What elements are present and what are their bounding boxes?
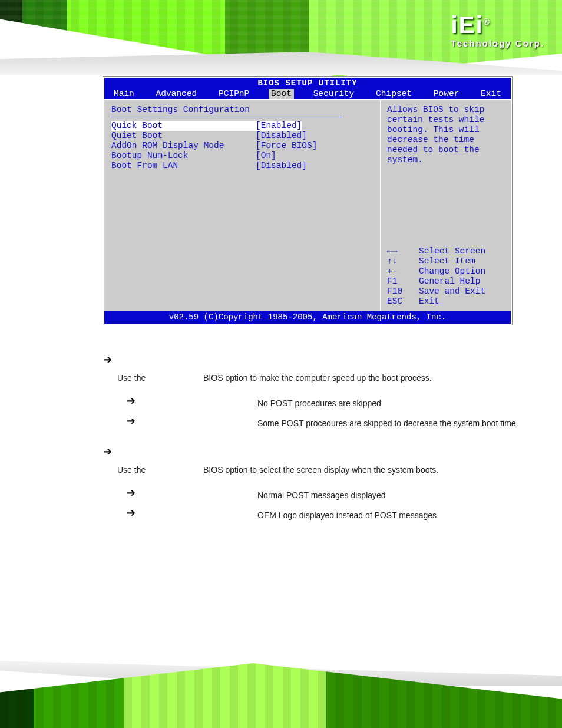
bios-row-value: [On] [256, 151, 276, 161]
bios-key-desc: General Help [419, 276, 480, 286]
bios-row: AddOn ROM Display Mode [Force BIOS] [111, 141, 373, 151]
bios-footer: v02.59 (C)Copyright 1985-2005, American … [104, 311, 511, 324]
bios-key: F10 [387, 286, 419, 297]
para-pre: Use the [117, 373, 148, 383]
bios-row: Bootup Num-Lock [On] [111, 151, 373, 161]
option-desc: OEM Logo displayed instead of POST messa… [257, 508, 521, 523]
arrow-right-icon: ➔ [103, 354, 116, 365]
bios-menu-item: Chipset [373, 89, 414, 99]
bios-menu: Main Advanced PCIPnP Boot Security Chips… [104, 89, 511, 99]
bios-key: ←→ [387, 246, 419, 256]
bios-key-desc: Select Item [419, 256, 475, 266]
option-desc: No POST procedures are skipped [257, 396, 521, 411]
document-body: ➔ Use the BIOS option to make the comput… [103, 354, 521, 523]
bios-figure: BIOS SETUP UTILITY Main Advanced PCIPnP … [103, 77, 512, 325]
bios-menu-item: PCIPnP [216, 89, 252, 99]
bios-panel-title: Boot Settings Configuration [111, 105, 373, 115]
bios-key-desc: Exit [419, 297, 439, 307]
bios-title: BIOS SETUP UTILITY [104, 78, 511, 89]
option-row: ➔ OEM Logo displayed instead of POST mes… [127, 508, 521, 523]
logo-tagline: Technology Corp. [451, 38, 544, 48]
arrow-right-icon: ➔ [127, 416, 140, 426]
arrow-right-icon: ➔ [127, 487, 140, 498]
bios-menu-item: Advanced [154, 89, 200, 99]
bios-row-value: [Disabled] [256, 131, 307, 141]
bios-row-label: Boot From LAN [111, 161, 256, 171]
para-post: BIOS option to select the screen display… [201, 465, 438, 475]
bios-key-desc: Change Option [419, 266, 485, 276]
option-desc: Some POST procedures are skipped to decr… [257, 416, 521, 431]
bios-key: +- [387, 266, 419, 276]
option-row: ➔ Some POST procedures are skipped to de… [127, 416, 521, 431]
bios-key-desc: Select Screen [419, 246, 485, 256]
arrow-right-icon: ➔ [127, 508, 140, 518]
arrow-right-icon: ➔ [103, 446, 116, 457]
bios-divider [111, 117, 342, 117]
section-paragraph: Use the BIOS option to make the computer… [117, 371, 521, 385]
section-heading: ➔ [103, 354, 521, 365]
bios-left-panel: Boot Settings Configuration Quick Boot [… [104, 100, 381, 311]
logo-reg: ® [484, 17, 491, 27]
bios-menu-item-selected: Boot [269, 89, 294, 99]
bios-row-label: Bootup Num-Lock [111, 151, 256, 161]
bios-key: ↑↓ [387, 256, 419, 266]
option-desc: Normal POST messages displayed [257, 487, 521, 503]
bios-row: Boot From LAN [Disabled] [111, 161, 373, 171]
arrow-right-icon: ➔ [127, 396, 140, 406]
bios-key: ESC [387, 297, 419, 307]
bios-row-value: [Enabled] [256, 121, 302, 131]
bios-row-label: AddOn ROM Display Mode [111, 141, 256, 151]
para-pre: Use the [117, 465, 148, 475]
section-paragraph: Use the BIOS option to select the screen… [117, 463, 521, 477]
bios-row-value: [Force BIOS] [256, 141, 317, 151]
option-row: ➔ Normal POST messages displayed [127, 487, 521, 503]
bios-row-label: Quiet Boot [111, 131, 256, 141]
bios-help-text: Allows BIOS to skip certain tests while … [387, 105, 505, 165]
bios-menu-item: Exit [478, 89, 504, 99]
section-heading: ➔ [103, 446, 521, 457]
bios-row-label: Quick Boot [111, 121, 256, 131]
bios-key: F1 [387, 276, 419, 286]
bios-key-desc: Save and Exit [419, 286, 485, 297]
brand-logo: iEi® Technology Corp. [451, 12, 544, 48]
bios-menu-item: Main [111, 89, 137, 99]
para-post: BIOS option to make the computer speed u… [201, 373, 431, 383]
bios-right-panel: Allows BIOS to skip certain tests while … [381, 100, 511, 311]
bios-row: Quiet Boot [Disabled] [111, 131, 373, 141]
bios-menu-item: Power [431, 89, 462, 99]
bios-row-selected: Quick Boot [Enabled] [111, 121, 373, 131]
logo-text: iEi [451, 12, 484, 38]
option-row: ➔ No POST procedures are skipped [127, 396, 521, 411]
bios-key-legend: ←→Select Screen ↑↓Select Item +-Change O… [387, 246, 505, 307]
bios-row-value: [Disabled] [256, 161, 307, 171]
bios-menu-item: Security [311, 89, 357, 99]
